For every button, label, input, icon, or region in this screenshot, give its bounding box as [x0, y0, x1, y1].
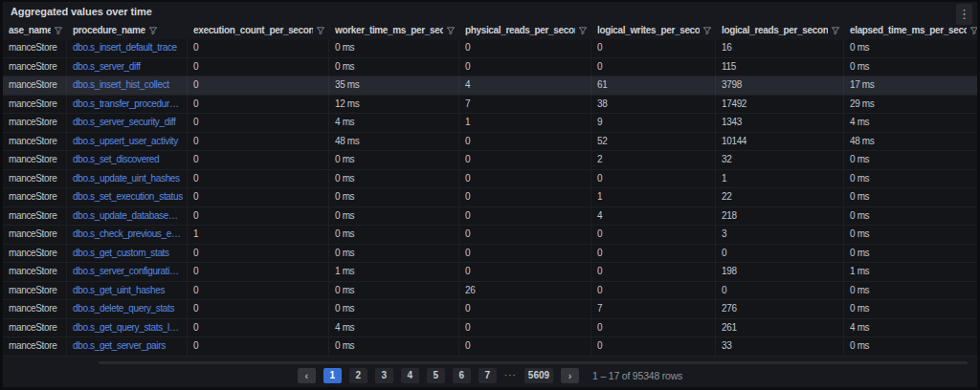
procedure-name-link[interactable]: dbo.s_get_server_pairs [67, 337, 188, 356]
table-cell: 218 [716, 207, 844, 226]
table-cell: 0 [188, 300, 329, 318]
table-cell: 0 ms [329, 207, 459, 226]
column-header-ase_name[interactable]: ase_name [3, 21, 67, 39]
table-cell: 0 [591, 170, 716, 188]
table-cell: 0 ms [329, 245, 459, 263]
table-cell: manceStore [3, 58, 67, 76]
procedure-name-link[interactable]: dbo.s_check_previous_exe… [67, 226, 188, 244]
page-button-2[interactable]: 2 [349, 368, 368, 383]
table-cell: 0 [188, 319, 329, 337]
table-cell: 0 ms [844, 337, 977, 356]
table-cell: 7 [591, 300, 716, 318]
column-header-label: physical_reads_per_second [465, 25, 575, 35]
procedure-name-link[interactable]: dbo.s_insert_default_trace [67, 39, 188, 57]
table-cell: 29 ms [844, 96, 977, 114]
filter-icon[interactable] [54, 26, 63, 35]
table-cell: 0 ms [844, 226, 977, 244]
column-header-physical_reads_per_second[interactable]: physical_reads_per_second [459, 21, 591, 39]
table-cell: manceStore [3, 207, 67, 226]
table-cell: 4 ms [329, 114, 459, 132]
column-header-label: execution_count_per_second [193, 25, 313, 35]
procedure-name-link[interactable]: dbo.s_server_configuration… [67, 263, 188, 281]
procedure-name-link[interactable]: dbo.s_get_custom_stats [67, 245, 188, 263]
procedure-name-link[interactable]: dbo.s_delete_query_stats [67, 300, 188, 318]
filter-icon[interactable] [446, 26, 456, 35]
procedure-name-link[interactable]: dbo.s_server_diff [67, 58, 188, 76]
filter-icon[interactable] [316, 26, 325, 35]
page-button-1[interactable]: 1 [323, 368, 342, 383]
column-header-logical_reads_per_second[interactable]: logical_reads_per_second [716, 21, 844, 39]
page-button-last[interactable]: 5609 [524, 368, 553, 383]
table-cell: 0 ms [844, 58, 977, 76]
filter-icon[interactable] [969, 26, 977, 35]
table-cell: 0 [459, 170, 591, 188]
table-cell: 4 ms [844, 319, 977, 337]
next-page-button[interactable]: › [561, 368, 579, 383]
table-cell: 12 ms [329, 96, 459, 114]
table-header-row: ase_nameprocedure_nameexecution_count_pe… [3, 21, 977, 39]
table-cell: 4 ms [329, 319, 459, 337]
table-cell: 0 [188, 245, 329, 263]
procedure-name-link[interactable]: dbo.s_get_uint_hashes [67, 282, 188, 300]
column-header-worker_time_ms_per_second[interactable]: worker_time_ms_per_second [329, 21, 459, 39]
table-cell: 0 [716, 245, 844, 263]
table-cell: 61 [591, 76, 716, 95]
table-row: manceStoredbo.s_get_query_stats_last…04 … [3, 319, 977, 338]
filter-icon[interactable] [578, 26, 588, 35]
page-button-6[interactable]: 6 [453, 368, 471, 383]
procedure-name-link[interactable]: dbo.s_set_discovered [67, 151, 188, 169]
column-header-execution_count_per_second[interactable]: execution_count_per_second [188, 21, 329, 39]
table-cell: 3798 [716, 76, 844, 95]
filter-icon[interactable] [148, 26, 158, 35]
table-cell: manceStore [3, 337, 67, 356]
previous-page-button[interactable]: ‹ [298, 368, 316, 383]
procedure-name-link[interactable]: dbo.s_insert_hist_collect [67, 76, 188, 95]
table-row: manceStoredbo.s_get_custom_stats00 ms000… [3, 245, 977, 264]
page-button-5[interactable]: 5 [427, 368, 445, 383]
table-cell: 0 [459, 39, 591, 57]
procedure-name-link[interactable]: dbo.s_get_query_stats_last… [67, 319, 188, 337]
table-cell: manceStore [3, 319, 67, 337]
table-cell: 0 [188, 151, 329, 169]
panel-menu-kebab-icon[interactable]: ⋮ [956, 4, 972, 25]
table-cell: 0 ms [844, 282, 977, 300]
table-cell: 0 ms [329, 300, 459, 318]
table-cell: 0 [188, 58, 329, 76]
table-cell: manceStore [3, 151, 67, 169]
page-button-7[interactable]: 7 [479, 368, 497, 383]
table-row: manceStoredbo.s_server_diff00 ms001150 m… [3, 58, 977, 77]
table-cell: 0 [188, 170, 329, 188]
table-cell: 0 ms [844, 188, 977, 206]
table-row: manceStoredbo.s_set_execution_status00 m… [3, 188, 977, 207]
table-cell: 0 [188, 39, 329, 57]
filter-icon[interactable] [702, 26, 712, 35]
table-cell: 48 ms [844, 133, 977, 151]
table-cell: 0 [459, 58, 591, 76]
procedure-name-link[interactable]: dbo.s_update_uint_hashes [67, 170, 188, 188]
table-cell: 0 ms [329, 58, 459, 76]
procedure-name-link[interactable]: dbo.s_transfer_procedure_… [67, 96, 188, 114]
procedure-name-link[interactable]: dbo.s_upsert_user_activity [67, 133, 188, 151]
table-cell: 0 ms [329, 39, 459, 57]
page-button-4[interactable]: 4 [401, 368, 419, 383]
table-cell: 0 [591, 245, 716, 263]
table-cell: 0 ms [844, 207, 977, 226]
table-cell: 0 [591, 282, 716, 300]
horizontal-scrollbar[interactable] [99, 361, 968, 364]
table-cell: 115 [716, 58, 844, 76]
table-cell: 10144 [716, 133, 844, 151]
table-cell: manceStore [3, 114, 67, 132]
column-header-procedure_name[interactable]: procedure_name [67, 21, 188, 39]
table-cell: 33 [716, 337, 844, 356]
procedure-name-link[interactable]: dbo.s_update_database_ba… [67, 207, 188, 226]
page-buttons-container: 1234567 [323, 368, 497, 383]
page-button-3[interactable]: 3 [375, 368, 393, 383]
table-cell: 0 ms [844, 151, 977, 169]
table-cell: 0 [188, 76, 329, 95]
procedure-name-link[interactable]: dbo.s_server_security_diff [67, 114, 188, 132]
procedure-name-link[interactable]: dbo.s_set_execution_status [67, 188, 188, 206]
filter-icon[interactable] [831, 26, 840, 35]
table-cell: 1 [188, 226, 329, 244]
table-cell: 0 [459, 337, 591, 356]
column-header-logical_writes_per_second[interactable]: logical_writes_per_second [591, 21, 716, 39]
